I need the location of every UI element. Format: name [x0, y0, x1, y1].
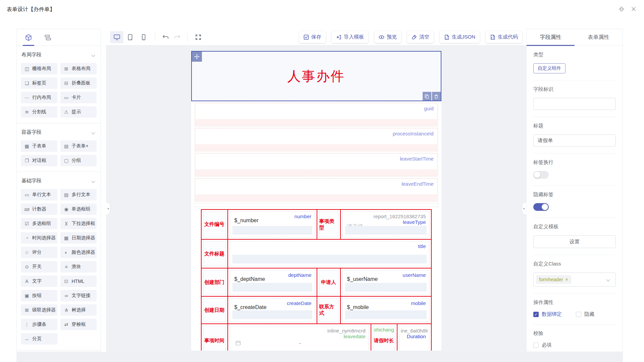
- palette-item[interactable]: ▭单行文本: [21, 189, 57, 200]
- template-settings-button[interactable]: 设置: [533, 235, 616, 248]
- collapse-props-handle[interactable]: ▸: [522, 202, 526, 215]
- device-tablet-button[interactable]: [123, 31, 137, 43]
- palette-item[interactable]: ❏标签页: [21, 77, 57, 89]
- device-phone-button[interactable]: [137, 31, 150, 43]
- custom-class-select[interactable]: formheader ×: [533, 273, 616, 287]
- hidden-checkbox[interactable]: 隐藏: [576, 311, 594, 317]
- close-icon[interactable]: [631, 6, 637, 12]
- hidden-field-component[interactable]: leaveEndTime: [195, 178, 438, 202]
- report-table-component[interactable]: 文件编号 number $_number 事项类型 report_1622518…: [201, 209, 432, 351]
- clear-button[interactable]: 清空: [407, 31, 434, 43]
- palette-item[interactable]: ⊡HTML: [60, 276, 97, 287]
- palette-item[interactable]: ▤子表单+: [60, 140, 97, 152]
- palette-item-label: 卡片: [72, 95, 81, 101]
- palette-item[interactable]: ◐颜色选择器: [60, 247, 97, 258]
- label-cell[interactable]: shichang 请假时长: [371, 324, 397, 351]
- label-cell[interactable]: 事项类型: [317, 210, 340, 239]
- label-wrap-toggle[interactable]: [533, 171, 549, 179]
- tab-components[interactable]: [25, 29, 32, 46]
- input-cell-mobile[interactable]: mobile $_mobile: [340, 297, 431, 323]
- palette-item[interactable]: ▣按钮: [21, 290, 57, 301]
- tabs-icon: ❏: [24, 81, 30, 85]
- hidden-field-component[interactable]: guid: [195, 103, 438, 126]
- palette-item[interactable]: ∞文字链接: [60, 290, 97, 301]
- section-header[interactable]: 基础字段: [21, 172, 97, 189]
- preview-button[interactable]: 预览: [374, 31, 401, 43]
- palette-item[interactable]: ❐对话框: [21, 155, 57, 166]
- input-cell-createdate[interactable]: createDate $_createDate: [227, 297, 317, 323]
- device-desktop-button[interactable]: [110, 31, 123, 43]
- palette-item[interactable]: 123计数器: [21, 203, 57, 215]
- label-cell[interactable]: 文件编号: [202, 210, 227, 239]
- drag-handle[interactable]: [192, 52, 202, 62]
- label-cell[interactable]: 事项时间: [202, 324, 227, 351]
- input-cell-title[interactable]: title: [227, 240, 431, 268]
- input-cell-username[interactable]: userName $_userName: [340, 268, 431, 296]
- palette-item[interactable]: ▦子表单: [21, 140, 57, 152]
- title-input[interactable]: [533, 134, 616, 146]
- palette-item[interactable]: A文字: [21, 276, 57, 287]
- palette-item[interactable]: ↔分页: [21, 333, 57, 345]
- tab-form-properties[interactable]: 表单属性: [575, 29, 623, 46]
- palette-item[interactable]: ⊞表格布局: [60, 63, 97, 74]
- canvas-scroll[interactable]: 人事办件: [106, 46, 526, 352]
- label-cell[interactable]: 创建日期: [202, 297, 227, 323]
- hide-label-toggle[interactable]: [533, 203, 549, 211]
- tab-field-properties[interactable]: 字段属性: [527, 29, 575, 46]
- hidden-field-component[interactable]: leaveStartTime: [195, 153, 438, 177]
- palette-item[interactable]: ☆评分: [21, 247, 57, 258]
- daterange-cell-leavedate[interactable]: inline_nym8mcrd leavedate -: [227, 324, 371, 351]
- palette-item[interactable]: ▤多行文本: [60, 189, 97, 200]
- palette-item[interactable]: ⋔树选择: [60, 304, 97, 316]
- compress-window-icon[interactable]: [619, 6, 625, 12]
- input-cell-number[interactable]: number $_number: [227, 210, 317, 239]
- palette-item[interactable]: ⊟折叠面板: [60, 77, 97, 89]
- palette-item[interactable]: ▭卡片: [60, 92, 97, 103]
- palette-item[interactable]: ◔时间选择器: [21, 232, 57, 244]
- label-cell[interactable]: 联系方式: [317, 297, 340, 323]
- palette-item[interactable]: ☑多选框组: [21, 218, 57, 229]
- palette-tabbar: [17, 29, 101, 46]
- section-header[interactable]: 布局字段: [21, 46, 97, 63]
- palette-item[interactable]: ⇄穿梭框: [60, 319, 97, 330]
- palette-item[interactable]: ▦日期选择器: [60, 232, 97, 244]
- palette-item[interactable]: ⊻下拉选择框: [60, 218, 97, 229]
- palette-item[interactable]: ◉单选框组: [60, 203, 97, 215]
- input-cell-deptname[interactable]: deptName $_deptName: [227, 268, 317, 296]
- palette-item[interactable]: ⊠级联选择器: [21, 304, 57, 316]
- input-cell-duration[interactable]: ine_6ai0h8lr Duration: [397, 324, 431, 351]
- tab-outline[interactable]: [44, 29, 51, 46]
- select-cell-leavetype[interactable]: report_1622518382735 leaveType 请选择: [340, 210, 431, 239]
- data-binding-checkbox[interactable]: ✓ 数据绑定: [533, 311, 562, 317]
- save-button[interactable]: 保存: [299, 31, 326, 43]
- import-template-button[interactable]: 导入模板: [332, 31, 368, 43]
- palette-item[interactable]: ◫栅格布局: [21, 63, 57, 74]
- required-checkbox[interactable]: 必填: [533, 342, 552, 348]
- section-header[interactable]: 容器字段: [21, 123, 97, 140]
- label-cell[interactable]: 文件标题: [202, 240, 227, 268]
- expand-icon: [195, 34, 202, 41]
- palette-item[interactable]: ⊙开关: [21, 261, 57, 273]
- remove-tag-icon[interactable]: ×: [566, 277, 568, 282]
- copy-component-button[interactable]: [423, 92, 431, 101]
- generate-code-button[interactable]: 生成代码: [486, 31, 522, 43]
- palette-item[interactable]: ≋分割线: [21, 106, 57, 118]
- chevron-down-icon: [606, 278, 610, 281]
- undo-button[interactable]: [160, 32, 171, 43]
- palette-item[interactable]: ≡滑块: [60, 261, 97, 273]
- delete-component-button[interactable]: [432, 92, 441, 101]
- generate-json-button[interactable]: { } 生成JSON: [440, 31, 480, 43]
- hidden-field-component[interactable]: processInstanceId: [195, 128, 438, 152]
- label-cell[interactable]: 申请人: [317, 268, 340, 296]
- palette-item[interactable]: ⚠提示: [60, 106, 97, 118]
- palette-item[interactable]: ⋯行内布局: [21, 92, 57, 103]
- fullscreen-button[interactable]: [193, 32, 204, 43]
- redo-button[interactable]: [171, 32, 183, 43]
- palette-item[interactable]: ▢分组: [60, 155, 97, 166]
- label-cell[interactable]: 创建部门: [202, 268, 227, 296]
- collapse-sidebar-handle[interactable]: ◂: [106, 202, 110, 215]
- field-key-input[interactable]: [533, 98, 616, 110]
- form-header-component[interactable]: 人事办件: [191, 51, 441, 101]
- palette-item-label: 表格布局: [72, 66, 91, 72]
- palette-item[interactable]: ⋮步骤条: [21, 319, 57, 330]
